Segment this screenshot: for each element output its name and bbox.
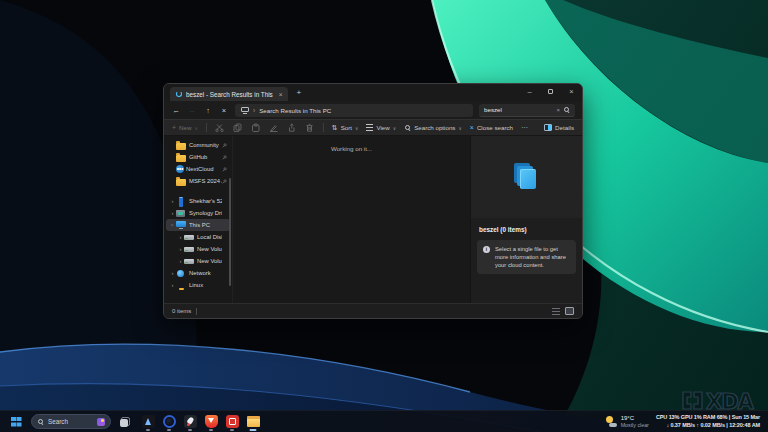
search-options-button[interactable]: Search options ∨ xyxy=(404,124,462,131)
toolbar-divider xyxy=(206,123,207,132)
status-divider xyxy=(196,308,197,315)
sidebar-item-new-volume-e[interactable]: › New Volume (E:) xyxy=(166,255,230,267)
chevron-down-icon: ∨ xyxy=(194,126,197,131)
sort-icon: ⇅ xyxy=(332,124,338,132)
search-box[interactable]: beszel × xyxy=(479,104,575,117)
close-search-button[interactable]: × Close search xyxy=(470,124,513,131)
item-icon xyxy=(176,143,186,150)
view-icon xyxy=(366,124,373,131)
breadcrumb: Search Results in This PC xyxy=(259,107,331,114)
taskbar-search-label: Search xyxy=(48,418,93,425)
sidebar-item-nextcloud[interactable]: NextCloud xyxy=(166,163,230,175)
forward-button[interactable]: → xyxy=(187,106,197,115)
details-toggle-button[interactable]: Details xyxy=(544,124,574,131)
weather-widget[interactable]: 19°C Mostly clear xyxy=(606,415,649,428)
file-explorer-window: beszel - Search Results in This × + – × … xyxy=(163,83,583,319)
expand-chevron-icon[interactable]: › xyxy=(177,234,184,240)
paste-icon[interactable] xyxy=(251,123,261,133)
rename-icon[interactable] xyxy=(269,123,279,133)
sidebar-item-linux[interactable]: › Linux xyxy=(166,279,230,291)
desktop: XDA beszel - Search Results in This × + … xyxy=(0,0,768,432)
search-input[interactable]: beszel xyxy=(484,106,553,113)
delete-icon[interactable] xyxy=(305,123,315,133)
chevron-down-icon: ∨ xyxy=(393,126,396,131)
search-options-icon xyxy=(404,124,411,131)
taskbar-search[interactable]: Search xyxy=(31,414,111,429)
system-stats[interactable]: CPU 13% GPU 1% RAM 68% | Sun 15 Mar ↓ 0.… xyxy=(656,414,760,428)
results-area[interactable]: Working on it... xyxy=(232,136,470,303)
sidebar-item-this-pc[interactable]: › This PC xyxy=(166,219,230,231)
sidebar-item-msfs-2024-addons[interactable]: MSFS 2024 Addons xyxy=(166,175,230,187)
plus-icon: + xyxy=(172,124,176,131)
new-button[interactable]: + New ∨ xyxy=(172,124,198,131)
item-icon xyxy=(176,179,186,186)
this-pc-icon xyxy=(241,107,249,114)
pin-icon xyxy=(222,179,227,184)
pin-icon xyxy=(222,143,227,148)
sidebar-item-shekhars-523-fe[interactable]: › Shekhar's 523 FE xyxy=(166,195,230,207)
sidebar-item-network[interactable]: › Network xyxy=(166,267,230,279)
search-highlights-icon xyxy=(97,418,105,426)
running-indicator xyxy=(250,429,257,431)
tab-close-icon[interactable]: × xyxy=(279,91,283,98)
minimize-button[interactable]: – xyxy=(519,84,540,100)
more-options-button[interactable]: ⋯ xyxy=(521,124,528,132)
app-icon xyxy=(205,415,218,428)
expand-chevron-icon[interactable]: › xyxy=(170,222,176,229)
sidebar-scrollbar[interactable] xyxy=(229,178,231,286)
explorer-tab[interactable]: beszel - Search Results in This × xyxy=(170,87,288,101)
expand-chevron-icon[interactable]: › xyxy=(169,282,176,288)
clear-search-icon[interactable]: × xyxy=(556,107,560,113)
running-indicator xyxy=(167,429,171,431)
taskbar-app-file-explorer[interactable] xyxy=(244,412,262,432)
thumbnails-view-toggle-icon[interactable] xyxy=(565,307,574,315)
start-button[interactable] xyxy=(6,413,26,431)
share-icon[interactable] xyxy=(287,123,297,133)
expand-chevron-icon[interactable]: › xyxy=(177,258,184,264)
taskbar-app-shield[interactable] xyxy=(202,412,220,432)
search-icon xyxy=(37,418,44,425)
address-bar[interactable]: › Search Results in This PC xyxy=(235,104,473,117)
sidebar-item-new-volume-d[interactable]: › New Volume (D:) xyxy=(166,243,230,255)
close-search-icon: × xyxy=(470,124,474,131)
stop-refresh-button[interactable]: × xyxy=(219,106,229,115)
sidebar-item-github[interactable]: GitHub xyxy=(166,151,230,163)
app-icon xyxy=(142,415,155,428)
up-button[interactable]: ↑ xyxy=(203,106,213,115)
running-indicator xyxy=(146,429,150,431)
expand-chevron-icon[interactable]: › xyxy=(169,210,176,216)
stats-line-2: ↓ 0.37 MB/s ↑ 0.02 MB/s | 12:20:48 AM xyxy=(656,422,760,429)
taskbar-app-game[interactable] xyxy=(181,412,199,432)
details-view-toggle-icon[interactable] xyxy=(552,308,560,315)
title-bar[interactable]: beszel - Search Results in This × + – × xyxy=(164,84,582,101)
task-view-button[interactable] xyxy=(116,413,134,431)
sidebar-item-community[interactable]: Community xyxy=(166,139,230,151)
item-icon xyxy=(176,269,186,278)
maximize-button[interactable] xyxy=(540,84,561,100)
copy-icon[interactable] xyxy=(233,123,243,133)
view-button[interactable]: View ∨ xyxy=(366,124,396,131)
back-button[interactable]: ← xyxy=(171,106,181,115)
sort-button[interactable]: ⇅ Sort ∨ xyxy=(332,124,359,132)
running-indicator xyxy=(230,429,234,431)
running-indicator xyxy=(188,429,192,431)
preview-area xyxy=(471,136,582,218)
windows-logo-icon xyxy=(11,417,21,427)
expand-chevron-icon[interactable]: › xyxy=(177,246,184,252)
item-icon xyxy=(176,155,186,162)
taskbar-app-red[interactable] xyxy=(223,412,241,432)
info-icon: i xyxy=(483,246,490,253)
taskbar: Search xyxy=(0,410,768,432)
sidebar-item-synology-drive[interactable]: › Synology Drive - Shekha xyxy=(166,207,230,219)
expand-chevron-icon[interactable]: › xyxy=(169,270,176,276)
taskbar-app-browser[interactable] xyxy=(160,412,178,432)
app-icon xyxy=(247,415,260,428)
expand-chevron-icon[interactable]: › xyxy=(169,198,176,204)
search-icon xyxy=(563,106,570,113)
close-button[interactable]: × xyxy=(561,84,582,100)
sidebar-item-local-disk-c[interactable]: › Local Disk (C:) xyxy=(166,231,230,243)
new-tab-button[interactable]: + xyxy=(296,88,301,98)
cut-icon[interactable] xyxy=(215,123,225,133)
info-box: i Select a single file to get more infor… xyxy=(477,240,576,274)
taskbar-app-arc[interactable] xyxy=(139,412,157,432)
